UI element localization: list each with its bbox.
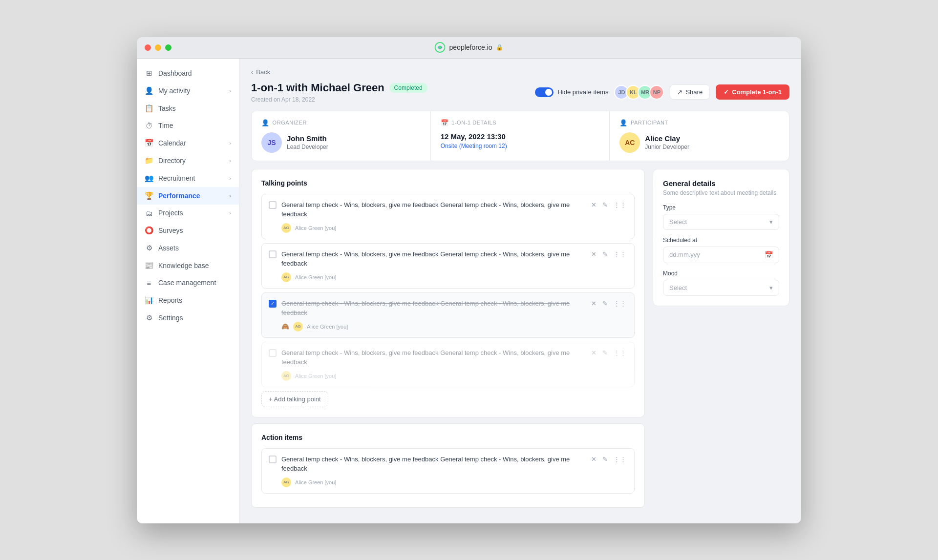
nav-label-reports: Reports <box>158 296 182 304</box>
type-select[interactable]: Select ▾ <box>663 214 779 230</box>
nav-icon-tasks: 📋 <box>145 104 153 113</box>
close-action-1[interactable]: ✕ <box>590 455 597 464</box>
type-chevron-icon: ▾ <box>769 218 773 226</box>
share-icon: ↗ <box>677 88 682 96</box>
talking-text-4: General temp check - Wins, blockers, giv… <box>281 348 585 367</box>
checkbox-1[interactable] <box>269 201 277 209</box>
nav-icon-reports: 📊 <box>145 296 153 305</box>
item-footer-1: AG Alice Green [you] <box>269 223 627 233</box>
info-cards: 👤 Organizer JS John Smith Lead Developer <box>251 111 789 161</box>
header-actions: Hide private items JD KL MR NP ↗ Share ✓ <box>535 84 789 100</box>
avatar-4: NP <box>649 85 664 100</box>
calendar-input-icon: 📅 <box>765 251 773 259</box>
action-footer-1: AG Alice Green [you] <box>269 477 627 487</box>
sidebar-item-performance[interactable]: 🏆 Performance › <box>137 187 239 205</box>
edit-item-2[interactable]: ✎ <box>601 249 609 259</box>
nav-label-dashboard: Dashboard <box>158 69 192 77</box>
organizer-person: JS John Smith Lead Developer <box>261 132 421 153</box>
sidebar-item-projects[interactable]: 🗂 Projects › <box>137 205 239 222</box>
nav-icon-assets: ⚙ <box>145 244 153 252</box>
nav-chevron-directory: › <box>229 158 231 164</box>
drag-item-4[interactable]: ⋮⋮ <box>613 348 627 357</box>
sidebar-item-reports[interactable]: 📊 Reports <box>137 291 239 309</box>
calendar-icon: 📅 <box>441 119 449 126</box>
add-talking-label: + Add talking point <box>269 395 321 403</box>
check-icon: ✓ <box>724 88 729 96</box>
item-actions-4: ✕ ✎ ⋮⋮ <box>590 348 627 357</box>
add-talking-point-button[interactable]: + Add talking point <box>261 391 328 407</box>
nav-icon-dashboard: ⊞ <box>145 69 153 78</box>
close-item-2[interactable]: ✕ <box>590 249 597 259</box>
back-button[interactable]: ‹ Back <box>251 68 789 76</box>
action-avatar-1: AG <box>281 477 291 487</box>
drag-item-3[interactable]: ⋮⋮ <box>613 299 627 308</box>
content-layout: Talking points General temp check - Wins… <box>251 169 789 514</box>
meeting-details-label: 📅 1-on-1 details <box>441 119 600 126</box>
scheduled-date-field[interactable]: dd.mm.yyy 📅 <box>663 247 779 263</box>
nav-label-projects: Projects <box>158 209 183 217</box>
nav-chevron-calendar: › <box>229 140 231 146</box>
nav-icon-recruitment: 👥 <box>145 174 153 183</box>
share-label: Share <box>685 88 703 96</box>
checkbox-2[interactable] <box>269 250 277 258</box>
nav-icon-my-activity: 👤 <box>145 86 153 95</box>
title-bar: peopleforce.io 🔒 <box>137 37 801 59</box>
sidebar-item-tasks[interactable]: 📋 Tasks <box>137 100 239 117</box>
close-item-1[interactable]: ✕ <box>590 200 597 209</box>
sidebar-item-settings[interactable]: ⚙ Settings <box>137 309 239 327</box>
sidebar-item-time[interactable]: ⏱ Time <box>137 117 239 134</box>
talking-points-title: Talking points <box>261 179 635 187</box>
edit-item-1[interactable]: ✎ <box>601 200 609 209</box>
page-title: 1-on-1 with Michael Green <box>251 82 384 94</box>
nav-chevron-my-activity: › <box>229 88 231 94</box>
action-checkbox-1[interactable] <box>269 456 277 463</box>
private-items-toggle[interactable] <box>535 87 554 97</box>
sidebar-item-surveys[interactable]: ⭕ Surveys <box>137 222 239 239</box>
talking-points-section: Talking points General temp check - Wins… <box>251 169 645 417</box>
edit-item-3[interactable]: ✎ <box>601 299 609 308</box>
item-avatar-3: AG <box>293 322 303 332</box>
private-icon-3: 🙈 <box>281 323 289 330</box>
minimize-button[interactable] <box>155 44 161 51</box>
complete-button[interactable]: ✓ Complete 1-on-1 <box>716 84 789 100</box>
checkbox-4[interactable] <box>269 349 277 357</box>
talking-text-3: General temp check - Wins, blockers, giv… <box>281 299 585 318</box>
person-icon: 👤 <box>261 119 270 126</box>
nav-icon-performance: 🏆 <box>145 191 153 200</box>
close-button[interactable] <box>145 44 151 51</box>
sidebar-item-knowledge-base[interactable]: 📰 Knowledge base <box>137 257 239 274</box>
close-item-4[interactable]: ✕ <box>590 348 597 357</box>
item-actions-1: ✕ ✎ ⋮⋮ <box>590 200 627 209</box>
checkbox-3[interactable] <box>269 300 277 308</box>
nav-icon-knowledge-base: 📰 <box>145 261 153 270</box>
item-avatar-2: AG <box>281 272 291 282</box>
mood-select[interactable]: Select ▾ <box>663 280 779 296</box>
sidebar-item-dashboard[interactable]: ⊞ Dashboard <box>137 64 239 82</box>
mood-label: Mood <box>663 270 779 277</box>
traffic-lights <box>145 44 171 51</box>
share-button[interactable]: ↗ Share <box>670 84 710 100</box>
edit-action-1[interactable]: ✎ <box>601 455 609 464</box>
general-details-subtitle: Some descriptive text about meeting deta… <box>663 189 779 196</box>
close-item-3[interactable]: ✕ <box>590 299 597 308</box>
sidebar-item-my-activity[interactable]: 👤 My activity › <box>137 82 239 100</box>
sidebar-item-assets[interactable]: ⚙ Assets <box>137 239 239 257</box>
sidebar-item-calendar[interactable]: 📅 Calendar › <box>137 134 239 152</box>
window-title-center: peopleforce.io 🔒 <box>435 42 504 53</box>
sidebar-item-case-management[interactable]: ≡ Case management <box>137 274 239 291</box>
nav-label-performance: Performance <box>158 192 200 200</box>
title-row: 1-on-1 with Michael Green Completed <box>251 82 427 94</box>
drag-item-1[interactable]: ⋮⋮ <box>613 200 627 209</box>
drag-item-2[interactable]: ⋮⋮ <box>613 249 627 259</box>
sidebar-item-directory[interactable]: 📁 Directory › <box>137 152 239 169</box>
sidebar-item-recruitment[interactable]: 👥 Recruitment › <box>137 169 239 187</box>
general-details-panel: General details Some descriptive text ab… <box>653 169 789 306</box>
drag-action-1[interactable]: ⋮⋮ <box>613 455 627 464</box>
item-footer-4: AG Alice Green [you] <box>269 371 627 381</box>
item-user-1: Alice Green [you] <box>295 225 336 231</box>
item-user-4: Alice Green [you] <box>295 373 336 379</box>
maximize-button[interactable] <box>165 44 171 51</box>
nav-icon-calendar: 📅 <box>145 139 153 147</box>
edit-item-4[interactable]: ✎ <box>601 348 609 357</box>
item-avatar-1: AG <box>281 223 291 233</box>
